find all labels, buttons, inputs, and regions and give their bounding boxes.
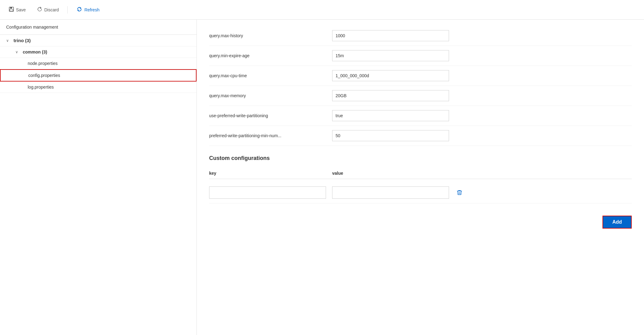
config-value-input-1[interactable] xyxy=(332,50,449,61)
tree-item-node-properties-label: node.properties xyxy=(28,61,58,66)
chevron-down-icon: ∨ xyxy=(15,50,20,54)
svg-rect-1 xyxy=(10,7,12,9)
save-label: Save xyxy=(16,7,26,12)
config-value-input-4[interactable] xyxy=(332,110,449,121)
delete-row-button-0[interactable] xyxy=(455,188,464,197)
tree-item-node-properties[interactable]: node.properties xyxy=(0,58,197,69)
custom-configs-title: Custom configurations xyxy=(209,155,632,162)
discard-icon xyxy=(37,6,42,13)
discard-button[interactable]: Discard xyxy=(34,5,61,14)
custom-key-input-0[interactable] xyxy=(209,186,326,199)
add-button[interactable]: Add xyxy=(602,216,632,229)
sidebar-title: Configuration management xyxy=(0,20,197,35)
custom-config-header: key value xyxy=(209,168,632,179)
config-row-5: preferred-write-partitioning-min-num... xyxy=(209,126,632,146)
config-value-input-5[interactable] xyxy=(332,130,449,141)
trash-icon xyxy=(456,189,463,196)
sidebar: Configuration management ∨ trino (3) ∨ c… xyxy=(0,20,197,335)
toolbar-divider xyxy=(67,6,68,14)
config-row-4: use-preferred-write-partitioning xyxy=(209,106,632,126)
config-key-4: use-preferred-write-partitioning xyxy=(209,113,326,118)
config-value-input-3[interactable] xyxy=(332,90,449,101)
tree-item-config-properties[interactable]: config.properties xyxy=(0,69,197,82)
main-layout: Configuration management ∨ trino (3) ∨ c… xyxy=(0,20,644,335)
tree-item-log-properties-label: log.properties xyxy=(28,85,54,90)
tree-item-config-properties-label: config.properties xyxy=(28,73,60,78)
config-key-2: query.max-cpu-time xyxy=(209,73,326,78)
content-panel: query.max-history query.min-expire-age q… xyxy=(197,20,644,335)
tree-item-trino-label: trino (3) xyxy=(14,38,31,43)
config-key-3: query.max-memory xyxy=(209,93,326,98)
config-row-1: query.min-expire-age xyxy=(209,46,632,66)
discard-label: Discard xyxy=(44,7,59,12)
tree-item-common-label: common (3) xyxy=(23,50,47,54)
custom-value-input-0[interactable] xyxy=(332,186,449,199)
config-key-0: query.max-history xyxy=(209,33,326,38)
config-row-3: query.max-memory xyxy=(209,86,632,106)
svg-rect-2 xyxy=(10,9,13,11)
tree-item-log-properties[interactable]: log.properties xyxy=(0,82,197,93)
config-key-1: query.min-expire-age xyxy=(209,53,326,58)
chevron-down-icon: ∨ xyxy=(6,38,11,43)
add-button-container: Add xyxy=(209,203,632,235)
save-icon xyxy=(9,6,14,13)
config-row-2: query.max-cpu-time xyxy=(209,66,632,86)
custom-config-col-value-header: value xyxy=(332,171,449,176)
refresh-button[interactable]: Refresh xyxy=(74,5,102,15)
toolbar: Save Discard Refresh xyxy=(0,0,644,20)
refresh-label: Refresh xyxy=(84,7,99,12)
refresh-icon xyxy=(76,6,82,14)
custom-config-col-key-header: key xyxy=(209,171,326,176)
config-value-input-0[interactable] xyxy=(332,30,449,41)
config-value-input-2[interactable] xyxy=(332,70,449,81)
save-button[interactable]: Save xyxy=(6,5,28,14)
config-key-5: preferred-write-partitioning-min-num... xyxy=(209,133,326,138)
tree-item-common[interactable]: ∨ common (3) xyxy=(0,46,197,58)
custom-config-row-0 xyxy=(209,182,632,203)
config-row-0: query.max-history xyxy=(209,26,632,46)
tree-item-trino[interactable]: ∨ trino (3) xyxy=(0,35,197,46)
